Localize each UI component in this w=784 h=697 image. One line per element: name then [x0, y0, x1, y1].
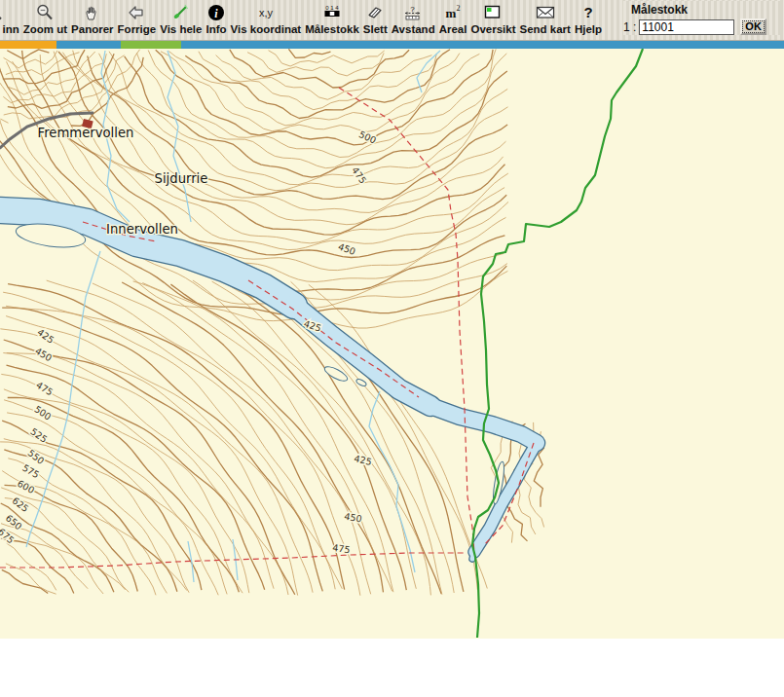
map-extent-strip [0, 41, 784, 49]
toolbar-button-label: Hjelp [575, 23, 602, 36]
svg-text:0 1 4: 0 1 4 [325, 5, 339, 11]
toolbar-button-label: Send kart [519, 23, 570, 36]
toolbar-button-label: Vis koordinat [231, 23, 302, 36]
xy-icon: x,y [254, 1, 278, 23]
place-label: Sijdurrie [155, 171, 208, 186]
svg-text:2: 2 [457, 4, 461, 13]
toolbar-button-malestokk[interactable]: 0 1 4 Målestokk [303, 0, 361, 36]
toolbar-button-label: Oversikt [470, 23, 515, 36]
toolbar-button-label: Zoom inn [0, 23, 19, 36]
toolbar-button-label: Forrige [118, 23, 157, 36]
distance-icon: ? [403, 1, 423, 23]
toolbar-button-label: Slett [363, 23, 388, 36]
svg-text:m: m [446, 5, 457, 19]
toolbar-button-vis-koordinat[interactable]: x,y Vis koordinat [229, 0, 304, 36]
toolbar-button-hjelp[interactable]: ? Hjelp [573, 0, 604, 36]
toolbar-button-label: Zoom ut [23, 23, 67, 36]
eraser-icon [365, 1, 385, 23]
toolbar-button-info[interactable]: i Info [204, 0, 228, 36]
extent-strip-segment [181, 41, 784, 49]
toolbar-button-zoom-inn[interactable]: Zoom inn [0, 0, 21, 36]
scale-control: Målestokk 1 : OK [623, 1, 781, 35]
arrow-left-icon [127, 1, 146, 23]
toolbar-button-label: Info [205, 23, 226, 36]
extent-strip-segment [0, 41, 56, 49]
place-label: Innervollen [106, 222, 178, 237]
m2-icon: m2 [443, 1, 463, 23]
svg-text:?: ? [583, 4, 592, 20]
scale-ok-button[interactable]: OK [740, 18, 766, 35]
map-canvas: 5004754504254254504754254504755005255505… [0, 49, 784, 696]
toolbar-button-oversikt[interactable]: Oversikt [468, 0, 517, 36]
envelope-icon [535, 1, 556, 23]
svg-text:?: ? [410, 4, 415, 13]
extent-strip-segment [121, 41, 181, 49]
svg-text:x,y: x,y [259, 6, 274, 18]
toolbar-button-panorer[interactable]: Panorer [69, 0, 115, 36]
toolbar-button-label: Vis hele [160, 23, 202, 36]
hand-icon [83, 1, 102, 23]
toolbar-button-slett[interactable]: Slett [361, 0, 390, 36]
toolbar-button-zoom-ut[interactable]: Zoom ut [21, 0, 69, 36]
zoom-out-icon [35, 1, 55, 23]
info-icon: i [206, 1, 226, 23]
toolbar-button-label: Panorer [71, 23, 113, 36]
toolbar: Zoom inn Zoom ut Panorer Forrige Vis hel… [0, 0, 784, 41]
extent-strip-segment [56, 41, 121, 49]
toolbar-button-forrige[interactable]: Forrige [116, 0, 159, 36]
toolbar-button-label: Målestokk [305, 23, 359, 36]
scale-prefix: 1 : [623, 20, 636, 34]
toolbar-button-vis-hele[interactable]: Vis hele [158, 0, 204, 36]
scale-title: Målestokk [631, 3, 781, 17]
map-outside-area [0, 639, 784, 696]
toolbar-button-avstand[interactable]: ? Avstand [390, 0, 437, 36]
map-viewport[interactable]: 5004754504254254504754254504755005255505… [0, 49, 784, 696]
zoom-in-icon [0, 1, 4, 23]
pin-icon [171, 1, 191, 23]
ruler-icon: 0 1 4 [322, 1, 342, 23]
toolbar-button-areal[interactable]: m2 Areal [437, 0, 469, 36]
scale-input[interactable] [639, 19, 734, 35]
toolbar-button-label: Avstand [392, 23, 435, 36]
place-label: Fremmervollen [38, 126, 134, 140]
toolbar-button-send-kart[interactable]: Send kart [517, 0, 572, 36]
overview-icon [483, 1, 503, 23]
help-icon: ? [579, 1, 598, 23]
toolbar-button-label: Areal [439, 23, 467, 36]
